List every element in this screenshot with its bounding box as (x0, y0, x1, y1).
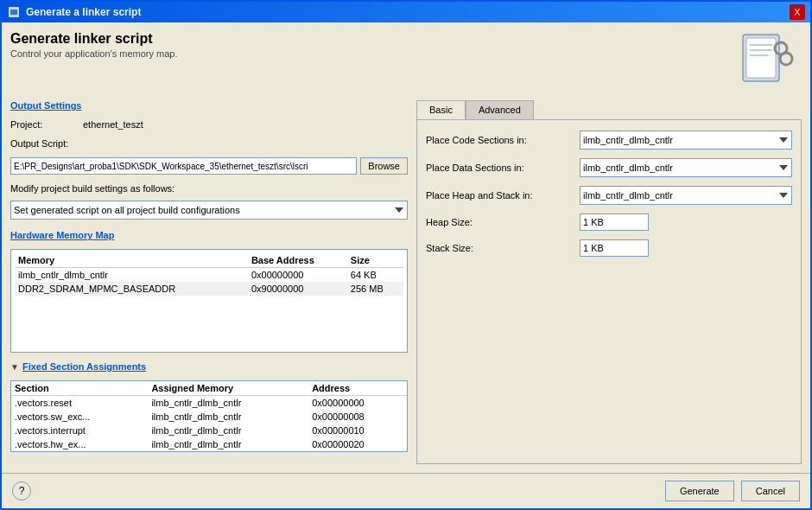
page-subtitle: Control your application's memory map. (10, 48, 736, 59)
section-address: 0x00000000 (308, 396, 407, 411)
fixed-col-assigned: Assigned Memory (148, 381, 308, 396)
place-data-dropdown[interactable]: ilmb_cntlr_dlmb_cntlr (580, 158, 792, 177)
output-script-input[interactable] (10, 157, 357, 175)
place-data-label: Place Data Sections in: (426, 163, 573, 173)
main-window: Generate a linker script X Generate link… (0, 0, 812, 510)
fixed-col-section: Section (11, 381, 148, 396)
project-row: Project: ethernet_teszt (10, 119, 408, 130)
table-row: ilmb_cntlr_dlmb_cntlr 0x00000000 64 KB (15, 268, 403, 283)
title-bar: Generate a linker script X (2, 2, 810, 22)
tab-basic[interactable]: Basic (416, 100, 466, 119)
window-icon (7, 5, 21, 19)
hw-memory-map-table-container: Memory Base Address Size ilmb_cntlr_dlmb… (10, 249, 408, 353)
tab-advanced[interactable]: Advanced (466, 100, 534, 119)
hw-size: 64 KB (347, 268, 403, 283)
bottom-bar: ? Generate Cancel (2, 473, 810, 508)
title-bar-left: Generate a linker script (7, 5, 141, 19)
script-icon (736, 31, 796, 92)
table-row: .vectors.reset ilmb_cntlr_dlmb_cntlr 0x0… (11, 396, 407, 411)
table-row: .vectors.hw_ex... ilmb_cntlr_dlmb_cntlr … (11, 437, 407, 451)
modify-label: Modify project build settings as follows… (10, 183, 408, 194)
right-panel: Basic Advanced Place Code Sections in: i… (416, 100, 802, 464)
hw-memory-map-header: Hardware Memory Map (10, 230, 408, 240)
heap-size-label: Heap Size: (426, 217, 573, 227)
section-name: .vectors.sw_exc... (11, 410, 148, 424)
place-heap-dropdown[interactable]: ilmb_cntlr_dlmb_cntlr (580, 186, 792, 205)
modify-dropdown[interactable]: Set generated script on all project buil… (10, 201, 408, 220)
section-name: .vectors.hw_ex... (11, 437, 148, 451)
collapse-icon: ▼ (10, 362, 19, 372)
svg-point-10 (780, 53, 792, 65)
browse-button[interactable]: Browse (360, 157, 408, 175)
fixed-section-label: Fixed Section Assignments (22, 361, 146, 372)
output-script-input-row: Browse (10, 157, 408, 175)
stack-size-row: Stack Size: (426, 239, 792, 257)
hw-memory: ilmb_cntlr_dlmb_cntlr (15, 268, 248, 283)
output-script-label: Output Script: (10, 138, 79, 149)
tab-content-basic: Place Code Sections in: ilmb_cntlr_dlmb_… (416, 119, 802, 464)
place-code-row: Place Code Sections in: ilmb_cntlr_dlmb_… (426, 131, 792, 150)
hw-base-address: 0x00000000 (248, 268, 347, 283)
fixed-section-header[interactable]: ▼ Fixed Section Assignments (10, 361, 408, 372)
section-name: .vectors.interrupt (11, 424, 148, 437)
place-heap-row: Place Heap and Stack in: ilmb_cntlr_dlmb… (426, 186, 792, 205)
assigned-memory: ilmb_cntlr_dlmb_cntlr (148, 437, 308, 451)
stack-size-label: Stack Size: (426, 243, 573, 253)
place-code-label: Place Code Sections in: (426, 135, 573, 145)
hw-memory: DDR2_SDRAM_MPMC_BASEADDR (15, 282, 248, 296)
svg-rect-5 (746, 38, 776, 78)
action-buttons: Generate Cancel (665, 481, 800, 501)
close-button[interactable]: X (790, 4, 805, 20)
table-row: DDR2_SDRAM_MPMC_BASEADDR 0x90000000 256 … (15, 282, 403, 296)
section-address: 0x00000010 (308, 424, 407, 437)
generate-button[interactable]: Generate (665, 481, 734, 501)
hw-base-address: 0x90000000 (248, 282, 347, 296)
table-row: .vectors.interrupt ilmb_cntlr_dlmb_cntlr… (11, 424, 407, 437)
assigned-memory: ilmb_cntlr_dlmb_cntlr (148, 424, 308, 437)
hw-memory-map-table: Memory Base Address Size ilmb_cntlr_dlmb… (15, 253, 403, 296)
page-title: Generate linker script (10, 31, 736, 47)
section-address: 0x00000008 (308, 410, 407, 424)
fixed-section-table-container: Section Assigned Memory Address .vectors… (10, 380, 408, 452)
assigned-memory: ilmb_cntlr_dlmb_cntlr (148, 396, 308, 411)
hw-size: 256 MB (347, 282, 403, 296)
assigned-memory: ilmb_cntlr_dlmb_cntlr (148, 410, 308, 424)
hw-col-size: Size (347, 253, 403, 268)
output-script-row: Output Script: (10, 138, 408, 149)
modify-dropdown-row: Set generated script on all project buil… (10, 201, 408, 220)
window-title: Generate a linker script (26, 6, 141, 18)
place-heap-label: Place Heap and Stack in: (426, 190, 573, 201)
left-panel: Output Settings Project: ethernet_teszt … (10, 100, 408, 464)
cancel-button[interactable]: Cancel (741, 481, 800, 501)
help-button[interactable]: ? (12, 481, 31, 500)
hw-col-memory: Memory (15, 253, 248, 268)
tab-bar: Basic Advanced (416, 100, 802, 119)
output-settings-header: Output Settings (10, 100, 408, 111)
fixed-col-address: Address (308, 381, 407, 396)
place-code-dropdown[interactable]: ilmb_cntlr_dlmb_cntlr (580, 131, 792, 150)
fixed-section-table: Section Assigned Memory Address .vectors… (11, 381, 407, 451)
section-name: .vectors.reset (11, 396, 148, 411)
project-value: ethernet_teszt (83, 119, 143, 130)
table-row: .vectors.sw_exc... ilmb_cntlr_dlmb_cntlr… (11, 410, 407, 424)
project-label: Project: (10, 119, 79, 130)
hw-col-base: Base Address (248, 253, 347, 268)
section-address: 0x00000020 (308, 437, 407, 451)
stack-size-input[interactable] (580, 239, 649, 257)
heap-size-row: Heap Size: (426, 214, 792, 231)
heap-size-input[interactable] (580, 214, 649, 231)
place-data-row: Place Data Sections in: ilmb_cntlr_dlmb_… (426, 158, 792, 177)
